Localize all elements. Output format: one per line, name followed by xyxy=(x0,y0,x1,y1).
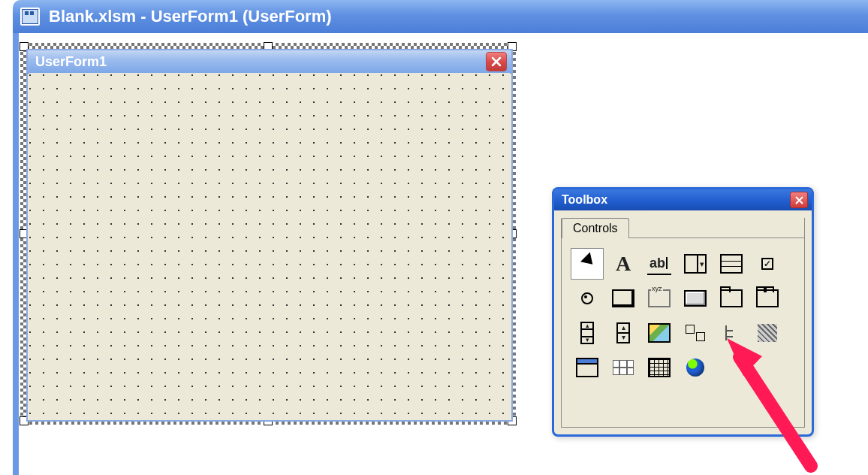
toolbox-window[interactable]: Toolbox Controls Aab▾▴▾▴▾ xyxy=(552,187,814,437)
tool-textbox[interactable]: ab xyxy=(643,248,676,280)
tool-image[interactable] xyxy=(643,317,676,349)
close-icon[interactable] xyxy=(790,192,808,208)
scroll-icon: ▴▾ xyxy=(576,322,598,343)
userform[interactable]: UserForm1 xyxy=(26,49,513,422)
hatch-icon xyxy=(756,322,779,343)
tool-button[interactable] xyxy=(679,283,712,314)
tree-icon xyxy=(720,322,743,343)
list-icon xyxy=(720,253,743,274)
multipage-icon xyxy=(756,288,779,309)
radio-icon xyxy=(576,288,598,309)
tool-tree[interactable] xyxy=(715,317,748,349)
pointer-icon xyxy=(576,253,598,274)
mdi-titlebar[interactable]: Blank.xlsm - UserForm1 (UserForm) xyxy=(13,0,868,33)
tool-grid[interactable] xyxy=(643,352,676,383)
toolbox-titlebar[interactable]: Toolbox xyxy=(554,189,812,210)
tool-ref[interactable] xyxy=(679,317,712,349)
frame-icon xyxy=(648,288,671,309)
web-icon xyxy=(684,357,707,378)
tool-check[interactable] xyxy=(751,248,784,280)
check-icon xyxy=(756,253,779,274)
tool-scroll[interactable]: ▴▾ xyxy=(571,317,604,349)
tool-hatch[interactable] xyxy=(751,317,784,349)
tool-combo[interactable]: ▾ xyxy=(679,248,712,280)
tool-list[interactable] xyxy=(715,248,748,280)
form-designer[interactable]: UserForm1 xyxy=(20,43,523,432)
close-icon[interactable] xyxy=(486,52,507,71)
image-icon xyxy=(648,322,671,343)
tool-multipage[interactable] xyxy=(751,283,784,314)
mdi-left-border xyxy=(13,33,19,475)
toolbox-body: Controls Aab▾▴▾▴▾ xyxy=(561,218,805,428)
tab-controls[interactable]: Controls xyxy=(562,218,629,238)
tool-pointer[interactable] xyxy=(571,248,604,280)
tool-frame[interactable] xyxy=(643,283,676,314)
date-icon xyxy=(612,357,634,378)
combo-icon: ▾ xyxy=(684,253,707,274)
form-icon xyxy=(20,8,40,26)
tool-tabstrip[interactable] xyxy=(715,283,748,314)
spin-icon: ▴▾ xyxy=(612,322,634,343)
tool-window[interactable] xyxy=(571,352,604,383)
toggle-icon xyxy=(612,288,634,309)
tool-radio[interactable] xyxy=(571,283,604,314)
userform-titlebar[interactable]: UserForm1 xyxy=(28,50,511,74)
tool-grid: Aab▾▴▾▴▾ xyxy=(571,248,795,418)
tabstrip-icon xyxy=(720,288,743,309)
tool-label[interactable]: A xyxy=(607,248,640,280)
tool-toggle[interactable] xyxy=(607,283,640,314)
tool-spin[interactable]: ▴▾ xyxy=(607,317,640,349)
userform-body[interactable] xyxy=(29,73,510,419)
userform-title: UserForm1 xyxy=(35,54,107,70)
toolbox-title: Toolbox xyxy=(562,193,607,207)
label-icon: A xyxy=(612,253,634,274)
tool-web[interactable] xyxy=(679,352,712,383)
textbox-icon: ab xyxy=(647,253,671,275)
mdi-window: Blank.xlsm - UserForm1 (UserForm) xyxy=(13,0,868,33)
grid-icon xyxy=(648,357,671,378)
window-icon xyxy=(576,357,598,378)
tool-date[interactable] xyxy=(607,352,640,383)
button-icon xyxy=(684,288,707,309)
selection-outline[interactable]: UserForm1 xyxy=(20,43,516,425)
mdi-title: Blank.xlsm - UserForm1 (UserForm) xyxy=(49,7,332,26)
ref-icon xyxy=(684,322,707,343)
